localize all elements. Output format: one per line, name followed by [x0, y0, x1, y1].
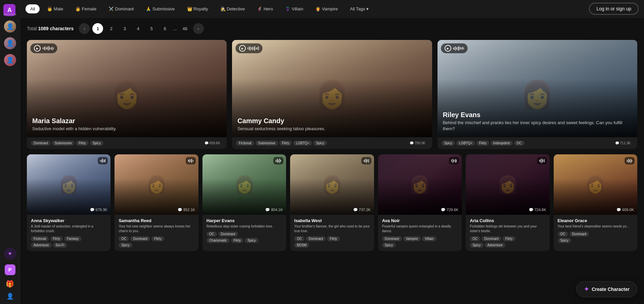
next-page-btn[interactable]: › — [193, 23, 204, 34]
desc-harper: Rebellious step sister craving forbidden… — [206, 224, 282, 229]
audio-small-ava[interactable] — [449, 157, 459, 164]
total-suffix: characters — [50, 26, 74, 31]
nav-all[interactable]: All — [26, 4, 40, 13]
name-ava: Ava Noir — [382, 218, 458, 223]
card-tags-maria: Dominant Submissive Flirty Spicy 💬 659.6… — [31, 141, 223, 146]
count-anna: 💬 679.3K — [90, 208, 107, 212]
nav-submissive[interactable]: 🙏 Submissive — [141, 4, 179, 13]
main-area: All 👨 Male 👩 Female ⚔️ Dominant 🙏 Submis… — [20, 0, 644, 304]
card-maria[interactable]: 👩 ▶ — [27, 40, 227, 149]
nav-royalty[interactable]: 👑 Royalty — [182, 4, 213, 13]
gift-icon[interactable]: 🎁 — [6, 280, 14, 288]
card-name-cammy: Cammy Candy — [237, 117, 426, 125]
total-count: 1089 — [38, 26, 48, 31]
audio-small-anna[interactable] — [98, 157, 108, 164]
card-count-maria: 💬 659.6K — [202, 141, 223, 146]
nav-female[interactable]: 👩 Female — [71, 4, 101, 13]
tags-harper: OC Dominant — [206, 232, 282, 237]
card-overlay-maria: Maria Salazar Seductive model with a hid… — [27, 112, 227, 137]
prev-page-btn[interactable]: ‹ — [79, 23, 90, 34]
audio-btn-maria[interactable]: ▶ — [30, 43, 57, 53]
card-name-riley: Riley Evans — [443, 111, 632, 119]
audio-small-samantha[interactable] — [186, 157, 196, 164]
nav-male[interactable]: 👨 Male — [42, 4, 68, 13]
tag-submissive: Submissive — [52, 141, 75, 146]
page-4-btn[interactable]: 4 — [133, 23, 143, 34]
desc-anna: A Jedi master of seduction, entangled in… — [31, 224, 106, 234]
brand-name: Aroused.ai — [3, 13, 16, 16]
create-sparkle-icon: ✦ — [584, 286, 589, 293]
login-button[interactable]: Log in or sign up — [589, 3, 639, 15]
count-aria: 💬 724.8K — [529, 208, 546, 212]
pagination: Total 1089 characters ‹ 1 2 3 4 5 6 ... … — [27, 23, 637, 34]
audio-small-eleanor[interactable] — [625, 157, 635, 164]
info-isabella: Isabella West Your brother's fiancee, th… — [290, 215, 374, 251]
waveform-isabella — [364, 158, 369, 163]
count-eleanor: 💬 609.0K — [616, 208, 634, 212]
card-samantha[interactable]: 👩 💬 852.1K Sama — [114, 154, 198, 251]
page-46-btn[interactable]: 46 — [180, 23, 190, 34]
card-ava[interactable]: 👩 💬 729.6K Ava — [378, 154, 462, 251]
page-2-btn[interactable]: 2 — [106, 23, 117, 34]
info-aria: Aria Collins Forbidden feelings stir bet… — [466, 215, 549, 251]
count-samantha: 💬 852.1K — [178, 208, 195, 212]
audio-btn-riley[interactable]: ▶ — [441, 43, 468, 53]
nav-detective[interactable]: 🕵️ Detective — [216, 4, 250, 13]
audio-small-aria[interactable] — [537, 157, 547, 164]
avatar-2[interactable]: 👤 — [4, 37, 16, 49]
create-character-button[interactable]: ✦ Create Character — [576, 281, 637, 297]
nav-villain[interactable]: 🦹 Villain — [280, 4, 308, 13]
page-5-btn[interactable]: 5 — [146, 23, 157, 34]
page-6-btn[interactable]: 6 — [159, 23, 170, 34]
content-area: Total 1089 characters ‹ 1 2 3 4 5 6 ... … — [20, 18, 644, 304]
name-samantha: Samantha Reed — [119, 218, 194, 223]
audio-small-harper[interactable] — [273, 157, 283, 164]
audio-small-isabella[interactable] — [361, 157, 371, 164]
card-overlay-riley: Riley Evans Behind the mischief and pran… — [438, 106, 637, 137]
tags-anna: Fictional Flirty Fantasy — [31, 236, 106, 241]
name-aria: Aria Collins — [470, 218, 545, 223]
avatar-1[interactable]: 👤 — [4, 20, 16, 33]
page-1-btn[interactable]: 1 — [92, 23, 103, 34]
audio-btn-cammy[interactable]: ▶ — [235, 43, 263, 53]
sidebar-logo[interactable]: A Aroused.ai — [3, 4, 16, 16]
small-cards-grid: 👩 💬 679.3K Anna — [27, 154, 637, 251]
tag-spicy: Spicy — [90, 141, 103, 146]
info-ava: Ava Noir Powerful vampire queen entangle… — [378, 215, 462, 251]
card-cammy[interactable]: 👩 ▶ — [232, 40, 432, 149]
tags-aria: OC Dominant Flirty — [470, 236, 545, 241]
nav-dominant[interactable]: ⚔️ Dominant — [104, 4, 138, 13]
premium-icon[interactable]: P — [5, 264, 15, 275]
card-isabella[interactable]: 👩 💬 737.2K Isab — [290, 154, 374, 251]
nav-vampire[interactable]: 🧛 Vampire — [311, 4, 342, 13]
count-harper: 💬 804.1K — [265, 208, 283, 212]
desc-isabella: Your brother's fiancee, the girl who use… — [294, 224, 370, 234]
tags-samantha: OC Dominant Flirty — [119, 236, 194, 241]
card-tags-cammy: Fictional Submissive Flirty LGBTQ+ Spicy… — [236, 141, 428, 146]
nav-hero[interactable]: 🦸 Hero — [252, 4, 278, 13]
name-harper: Harper Evans — [206, 218, 282, 223]
page-3-btn[interactable]: 3 — [119, 23, 130, 34]
waveform-samantha — [188, 158, 193, 163]
user-icon[interactable]: 👤 — [6, 293, 14, 300]
name-isabella: Isabella West — [294, 218, 370, 223]
info-eleanor: Eleanor Grace Your best friend's stepmot… — [554, 215, 637, 246]
card-eleanor[interactable]: 👩 💬 609.0K Elea — [554, 154, 637, 251]
desc-samantha: Your hot new neighbor seems always knows… — [119, 224, 194, 234]
waveform-cammy — [247, 46, 259, 51]
card-riley[interactable]: 👩 ▶ — [438, 40, 637, 149]
card-info-riley: Spicy LGBTQ+ Flirty Indenpdent OC 💬 711.… — [438, 137, 637, 149]
waveform-eleanor — [627, 158, 632, 163]
featured-grid: 👩 ▶ — [27, 40, 637, 149]
nav-all-tags[interactable]: All Tags ▾ — [345, 4, 373, 13]
card-harper[interactable]: 👩 💬 804.1K Harp — [202, 154, 286, 251]
card-tags-riley: Spicy LGBTQ+ Flirty Indenpdent OC 💬 711.… — [442, 141, 633, 146]
sparkle-icon[interactable]: ✦ — [4, 248, 16, 260]
avatar-3[interactable]: 👤 — [4, 54, 16, 66]
card-anna[interactable]: 👩 💬 679.3K Anna — [27, 154, 110, 251]
waveform — [42, 46, 54, 51]
create-char-label: Create Character — [592, 287, 630, 292]
name-anna: Anna Skywalker — [31, 218, 106, 223]
page-dots: ... — [173, 26, 177, 31]
card-aria[interactable]: 👩 💬 724.8K Aria — [466, 154, 549, 251]
